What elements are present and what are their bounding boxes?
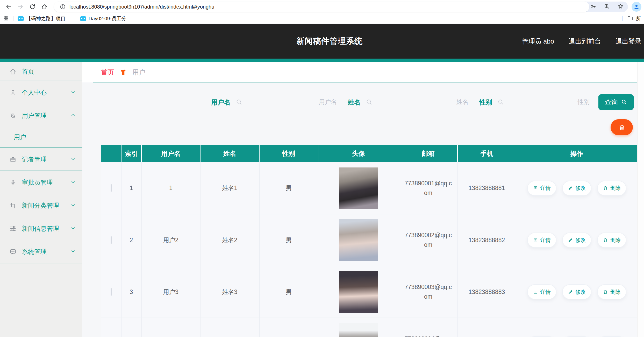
document-icon (533, 186, 538, 191)
search-icon (497, 99, 504, 107)
sidebar-item-label: 首页 (22, 67, 34, 76)
cell-name (200, 318, 259, 337)
avatar-image (339, 323, 378, 337)
bookmarks-overflow-label[interactable]: 所 (636, 15, 641, 22)
search-label-name: 姓名 (348, 98, 361, 107)
folder-icon[interactable] (627, 15, 633, 22)
query-button-label: 查询 (605, 98, 618, 107)
sidebar-item-user-management[interactable]: 用户管理 (0, 104, 82, 127)
content-panel: 用户名 姓名 性别 查询 (82, 82, 637, 337)
query-button[interactable]: 查询 (598, 94, 634, 110)
detail-button[interactable]: 详情 (527, 181, 556, 196)
gender-field-wrap (496, 96, 591, 108)
microphone-icon (9, 179, 17, 186)
col-header-phone: 手机 (457, 145, 516, 162)
bilibili-icon (18, 16, 24, 21)
row-checkbox[interactable] (111, 288, 112, 296)
apps-grid-icon[interactable] (3, 15, 9, 22)
bookmark-item[interactable]: Day02-09-员工分... (80, 15, 131, 22)
back-icon[interactable] (3, 1, 15, 13)
table-row: 773890004@qq.com 详情 修改 删除 (101, 318, 637, 337)
delete-button[interactable]: 删除 (597, 284, 626, 299)
sliders-icon (9, 225, 17, 232)
sidebar: 首页 个人中心 用户管理 用户 记者管理 审批员管理 (0, 62, 82, 337)
sidebar-item-personal-center[interactable]: 个人中心 (0, 81, 82, 104)
col-header-gender: 性别 (259, 145, 318, 162)
password-key-icon[interactable] (590, 3, 596, 11)
cell-username: 用户3 (141, 266, 200, 318)
address-url-area[interactable]: localhost:8080/springboot9n107/admin/dis… (54, 2, 589, 12)
chevron-down-icon (70, 202, 76, 209)
logout-link[interactable]: 退出登录 (616, 37, 641, 46)
batch-delete-button[interactable] (611, 119, 633, 135)
chevron-up-icon (70, 113, 76, 119)
username-input[interactable] (235, 96, 338, 108)
avatar-image (339, 271, 378, 313)
forward-icon[interactable] (15, 1, 26, 13)
sidebar-item-news-category-management[interactable]: 新闻分类管理 (0, 194, 82, 217)
scrollbar[interactable] (637, 62, 644, 337)
screen: localhost:8080/springboot9n107/admin/dis… (0, 0, 644, 337)
breadcrumb-home-link[interactable]: 首页 (101, 68, 114, 76)
bookmark-item[interactable]: 【码神之路】项目... (18, 15, 70, 22)
trash-icon (603, 289, 608, 294)
home-icon (9, 68, 17, 75)
trash-icon (603, 237, 608, 243)
user-icon (9, 89, 17, 96)
cell-username: 用户2 (141, 214, 200, 266)
sidebar-item-label: 新闻信息管理 (22, 224, 59, 233)
search-icon (621, 99, 627, 105)
sidebar-item-label: 审批员管理 (22, 178, 53, 187)
sidebar-item-home[interactable]: 首页 (0, 62, 82, 81)
edit-button[interactable]: 修改 (562, 181, 591, 196)
breadcrumb: 首页 用户 (82, 62, 637, 82)
cell-index: 2 (121, 214, 141, 266)
home-browser-icon[interactable] (38, 1, 50, 13)
breadcrumb-current: 用户 (132, 68, 145, 76)
refresh-icon[interactable] (26, 1, 38, 13)
site-info-icon[interactable] (58, 2, 68, 12)
sidebar-item-reporter-management[interactable]: 记者管理 (0, 148, 82, 171)
col-header-actions: 操作 (516, 145, 637, 162)
avatar-image (339, 167, 378, 209)
edit-button[interactable]: 修改 (562, 284, 591, 299)
document-icon (533, 289, 538, 294)
pencil-icon (568, 186, 573, 191)
sidebar-item-user[interactable]: 用户 (0, 127, 82, 148)
users-table: 索引 用户名 姓名 性别 头像 邮箱 手机 操作 1 1 (101, 145, 637, 337)
cell-phone: 13823888883 (457, 266, 516, 318)
sidebar-item-label: 用户管理 (22, 111, 47, 120)
delete-button[interactable]: 删除 (597, 233, 626, 248)
cell-username: 1 (141, 162, 200, 214)
username-field-wrap (235, 96, 338, 108)
name-input[interactable] (365, 96, 470, 108)
gender-input[interactable] (496, 96, 591, 108)
sidebar-item-approver-management[interactable]: 审批员管理 (0, 171, 82, 194)
cell-email: 773890001@qq.com (404, 179, 453, 198)
zoom-in-icon[interactable] (604, 3, 610, 11)
detail-button[interactable]: 详情 (527, 233, 556, 248)
col-header-name: 姓名 (200, 145, 259, 162)
cell-email: 773890002@qq.com (404, 230, 453, 250)
edit-button[interactable]: 修改 (562, 233, 591, 248)
chevron-down-icon (70, 156, 76, 163)
divider (622, 16, 623, 21)
browser-profile-icon[interactable] (632, 2, 641, 12)
comment-icon (9, 248, 17, 255)
detail-button[interactable]: 详情 (527, 284, 556, 299)
browser-toolbar: localhost:8080/springboot9n107/admin/dis… (0, 0, 644, 13)
admin-user-link[interactable]: 管理员 abo (522, 37, 554, 46)
bookmark-label: 【码神之路】项目... (26, 15, 70, 22)
bookmarks-bar: 【码神之路】项目... Day02-09-员工分... 所 (0, 13, 644, 24)
address-bar[interactable]: localhost:8080/springboot9n107/admin/dis… (54, 2, 628, 12)
cell-index: 1 (121, 162, 141, 214)
row-checkbox[interactable] (111, 184, 112, 192)
sidebar-item-news-info-management[interactable]: 新闻信息管理 (0, 217, 82, 240)
bell-slash-icon (9, 112, 17, 119)
sidebar-item-system-management[interactable]: 系统管理 (0, 240, 82, 263)
delete-button[interactable]: 删除 (597, 181, 626, 196)
exit-to-front-link[interactable]: 退出到前台 (569, 37, 601, 46)
bookmark-star-icon[interactable] (617, 3, 624, 11)
cell-gender: 男 (259, 214, 318, 266)
row-checkbox[interactable] (111, 236, 112, 244)
